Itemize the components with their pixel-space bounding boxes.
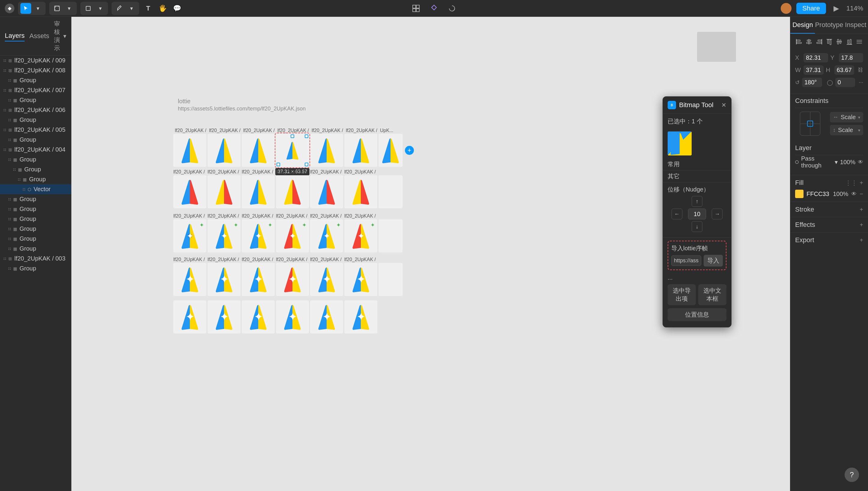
align-right-button[interactable] xyxy=(815,37,823,47)
align-left-button[interactable] xyxy=(795,37,803,47)
select-export-button[interactable]: 选中导出项 xyxy=(668,284,696,305)
position-info-button[interactable]: 位置信息 xyxy=(668,308,726,321)
shape-tool[interactable] xyxy=(83,3,94,14)
layer-item[interactable]: ▦ Group xyxy=(0,165,71,174)
nudge-value-input[interactable]: 10 xyxy=(688,209,706,220)
align-center-v-button[interactable] xyxy=(835,37,843,47)
select-tool[interactable] xyxy=(21,3,31,14)
layer-item[interactable]: ▦ Group xyxy=(0,95,71,105)
frame-tool[interactable] xyxy=(52,3,62,14)
frame-cell[interactable]: ✦ xyxy=(344,300,377,334)
layer-item[interactable]: ⊞ lf20_2UpKAK / 007 xyxy=(0,85,71,95)
frame-cell[interactable] xyxy=(344,175,377,208)
tab-design[interactable]: Design xyxy=(790,17,815,34)
frame-cell[interactable]: ✦ xyxy=(242,263,275,296)
nudge-up-button[interactable]: ↑ xyxy=(692,196,703,207)
frame-cell[interactable]: ✦ xyxy=(242,300,275,334)
frame-cell[interactable]: ✦ xyxy=(344,263,377,296)
layer-item[interactable]: ▦ Group xyxy=(0,135,71,145)
layer-item[interactable]: ▦ Group xyxy=(0,234,71,244)
layer-item[interactable]: ▦ Group xyxy=(0,263,71,273)
frame-cell-selected[interactable]: 37.31 × 63.67 xyxy=(276,134,309,167)
frame-cell[interactable] xyxy=(173,175,206,208)
app-icon[interactable]: ◆ xyxy=(5,4,14,13)
half-circle-icon[interactable] xyxy=(446,3,457,14)
frame-cell[interactable]: ✦ xyxy=(310,263,343,296)
frame-cell[interactable] xyxy=(378,220,403,252)
tab-prototype[interactable]: Prototype xyxy=(815,17,843,34)
frame-cell[interactable]: ✦ xyxy=(208,300,241,334)
layer-item-vector[interactable]: ⬡ Vector xyxy=(0,184,71,194)
tab-layers[interactable]: Layers xyxy=(5,31,25,41)
w-field[interactable]: 37.31 xyxy=(804,65,824,75)
select-arrow[interactable]: ▾ xyxy=(32,3,43,14)
frame-grid-icon[interactable] xyxy=(411,3,422,14)
export-add-button[interactable]: + xyxy=(860,237,863,244)
stroke-add-button[interactable]: + xyxy=(860,206,863,213)
select-textbox-button[interactable]: 选中文本框 xyxy=(698,284,726,305)
fill-visibility-button[interactable]: 👁 xyxy=(851,191,857,197)
layer-item[interactable]: ⊞ lf20_2UpKAK / 004 xyxy=(0,145,71,154)
dialog-close-button[interactable]: ✕ xyxy=(721,102,726,109)
layer-item[interactable]: ▦ Group xyxy=(0,115,71,125)
hand-tool[interactable]: 🖐 xyxy=(157,3,168,14)
frame-cell[interactable] xyxy=(242,134,275,167)
lottie-import-button[interactable]: 导入 xyxy=(704,255,723,266)
x-field[interactable]: 82.31 xyxy=(804,53,828,62)
frame-cell[interactable]: ✦ ✦ xyxy=(276,220,309,252)
layer-visibility-button[interactable]: 👁 xyxy=(858,159,863,165)
layer-item[interactable]: ▦ Group xyxy=(0,214,71,224)
help-button[interactable]: ? xyxy=(845,468,859,482)
layer-item[interactable]: ⊞ lf20_2UpKAK / 009 xyxy=(0,56,71,65)
frame-cell[interactable]: ✦ ✦ xyxy=(344,220,377,252)
layer-item[interactable]: ▦ Group xyxy=(0,244,71,254)
frame-cell[interactable]: ✦ xyxy=(310,300,343,334)
frame-cell[interactable] xyxy=(276,175,309,208)
lottie-url-input[interactable] xyxy=(671,255,701,266)
frame-cell[interactable] xyxy=(208,134,241,167)
y-field[interactable]: 17.8 xyxy=(839,53,864,62)
layer-item[interactable]: ⊞ lf20_2UpKAK / 008 xyxy=(0,65,71,75)
shape-arrow[interactable]: ▾ xyxy=(95,3,105,14)
nudge-down-button[interactable]: ↓ xyxy=(692,221,703,232)
frame-cell[interactable]: ✦ ✦ xyxy=(310,220,343,252)
fill-color-swatch[interactable] xyxy=(795,190,804,198)
text-tool[interactable]: T xyxy=(143,3,154,14)
tab-review[interactable]: 审核演示 ▾ xyxy=(54,20,66,52)
tab-assets[interactable]: Assets xyxy=(29,31,49,41)
frame-cell[interactable] xyxy=(378,263,403,296)
frame-cell[interactable]: ✦ xyxy=(208,263,241,296)
layer-item[interactable]: ▦ Group xyxy=(0,224,71,234)
constrain-proportions-button[interactable]: ⛓ xyxy=(858,67,863,73)
frame-arrow[interactable]: ▾ xyxy=(64,3,74,14)
layer-item[interactable]: ▦ Group xyxy=(0,204,71,214)
frame-cell[interactable]: ✦ ✦ xyxy=(173,220,206,252)
frame-cell[interactable]: ✦ xyxy=(173,263,206,296)
frame-cell[interactable]: ✦ xyxy=(173,300,206,334)
layer-item[interactable]: ⊞ lf20_2UpKAK / 003 xyxy=(0,254,71,263)
frame-cell[interactable]: ✦ ✦ xyxy=(242,220,275,252)
nudge-left-button[interactable]: ← xyxy=(672,209,682,220)
frame-cell[interactable]: ✦ ✦ xyxy=(208,220,241,252)
more-options-button[interactable]: ··· xyxy=(859,79,863,86)
nudge-right-button[interactable]: → xyxy=(712,209,722,220)
frame-cell[interactable] xyxy=(173,134,206,167)
pass-through-mode[interactable]: Pass through ▾ xyxy=(801,155,838,169)
distribute-button[interactable] xyxy=(856,37,863,47)
present-button[interactable]: ▶ xyxy=(831,3,842,14)
fill-dots-button[interactable]: ⋮⋮ xyxy=(845,179,857,186)
rotation-field[interactable]: 180° xyxy=(802,78,822,87)
share-button[interactable]: Share xyxy=(796,3,826,14)
frame-cell[interactable] xyxy=(310,134,343,167)
layer-item[interactable]: ▦ Group xyxy=(0,194,71,204)
layer-item[interactable]: ⊞ lf20_2UpKAK / 005 xyxy=(0,125,71,135)
frame-cell[interactable] xyxy=(378,175,403,208)
frame-cell[interactable] xyxy=(310,175,343,208)
layer-item[interactable]: ▦ Group xyxy=(0,174,71,184)
component-icon[interactable] xyxy=(429,3,439,14)
pen-arrow[interactable]: ▾ xyxy=(126,3,137,14)
comment-tool[interactable]: 💬 xyxy=(172,3,182,14)
frame-cell[interactable] xyxy=(344,134,377,167)
frame-cell[interactable] xyxy=(242,175,275,208)
layer-opacity[interactable]: 100% xyxy=(840,159,856,166)
